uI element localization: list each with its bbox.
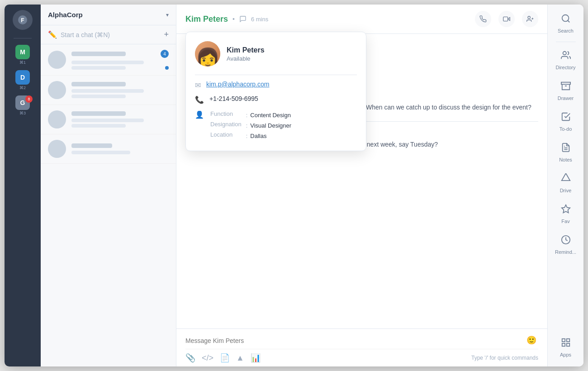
avatar (48, 110, 66, 128)
popup-contact-name: Kim Peters (227, 46, 265, 54)
workspace-letter-M: M (15, 45, 30, 59)
sidebar-search-row: ✏️ Start a chat (⌘N) + (41, 25, 176, 44)
right-panel-directory[interactable]: Directory (550, 46, 581, 75)
popup-header: 👩 Kim Peters Available (195, 41, 357, 67)
svg-rect-16 (562, 339, 564, 342)
emoji-button[interactable]: 🙂 (526, 335, 536, 345)
avatar (48, 81, 66, 99)
app-logo[interactable]: F (13, 10, 33, 30)
workspace-G-badge: 8 (25, 95, 33, 103)
svg-rect-3 (503, 17, 508, 21)
chat-info (71, 82, 169, 98)
chat-header: Kim Peters • 6 mins (176, 5, 547, 34)
right-panel-notes[interactable]: Notes (550, 138, 581, 167)
compose-icon[interactable]: ✏️ (48, 30, 57, 39)
svg-rect-17 (566, 339, 569, 342)
location-value: Dallas (250, 131, 291, 141)
avatar-silhouette: 👩 (195, 48, 220, 67)
chat-preview-line2 (71, 124, 126, 128)
svg-rect-18 (566, 343, 569, 346)
attachment-icon[interactable]: 📎 (185, 353, 195, 363)
person-icon: 👤 (195, 110, 204, 119)
chat-main: Kim Peters • 6 mins (176, 5, 547, 366)
search-icon (561, 14, 571, 26)
todo-icon (561, 112, 571, 124)
svg-rect-19 (562, 343, 564, 346)
right-panel-fav[interactable]: Fav (550, 200, 581, 228)
popup-email-row: ✉ kim.p@alphacorp.com (195, 81, 357, 90)
popup-phone: +1-214-509-6995 (209, 95, 258, 102)
code-icon[interactable]: </> (202, 353, 213, 363)
workspace-letter-D: D (15, 70, 30, 85)
chart-icon[interactable]: 📊 (251, 353, 261, 363)
drive-icon (561, 173, 571, 186)
right-panel: Search Directory Dr (547, 5, 583, 366)
input-toolbar: 📎 </> 📄 ▲ 📊 Type '/' for quick commands (185, 349, 538, 363)
right-panel-drawer[interactable]: Drawer (550, 76, 581, 105)
right-panel-remind-label: Remind... (555, 249, 576, 255)
workspace-M[interactable]: M ⌘1 (11, 43, 34, 67)
chat-item[interactable] (41, 134, 176, 164)
sidebar: AlphaCorp ▾ ✏️ Start a chat (⌘N) + 4 (41, 5, 176, 366)
fav-icon (561, 204, 571, 217)
chat-header-actions (475, 11, 538, 27)
chat-name-placeholder (71, 82, 126, 86)
popup-status: Available (227, 55, 265, 62)
right-panel-apps[interactable]: Apps (550, 333, 581, 362)
svg-point-7 (562, 15, 569, 22)
message-input[interactable] (185, 335, 538, 349)
right-panel-todo[interactable]: To-do (550, 107, 581, 136)
unread-dot (165, 66, 169, 70)
right-panel-drive[interactable]: Drive (550, 169, 581, 198)
drive-icon[interactable]: ▲ (236, 353, 244, 363)
workspace-D[interactable]: D ⌘2 (11, 68, 34, 92)
colon-3: : (246, 131, 250, 141)
avatar (48, 140, 66, 158)
popup-email[interactable]: kim.p@alphacorp.com (206, 81, 270, 88)
sidebar-dropdown-button[interactable]: ▾ (166, 12, 169, 18)
chat-contact-name[interactable]: Kim Peters (185, 14, 228, 24)
svg-line-8 (568, 20, 569, 22)
chat-item[interactable] (41, 76, 176, 105)
add-chat-icon[interactable]: + (164, 30, 169, 39)
chat-name-placeholder (71, 111, 126, 116)
popup-details-table: Function : Content Design Designation : … (209, 109, 292, 142)
svg-marker-2 (508, 18, 510, 21)
right-panel-remind[interactable]: Remind... (550, 230, 581, 259)
rail-divider-top (14, 38, 32, 38)
popup-divider-1 (195, 75, 357, 75)
icon-rail: F M ⌘1 D ⌘2 G ⌘3 8 (5, 5, 41, 366)
avatar (48, 51, 66, 69)
document-icon[interactable]: 📄 (220, 353, 230, 363)
popup-avatar: 👩 (195, 41, 220, 67)
chat-item[interactable] (41, 105, 176, 134)
workspace-G[interactable]: G ⌘3 8 (11, 94, 34, 117)
voice-call-button[interactable] (475, 11, 491, 27)
right-panel-directory-label: Directory (555, 65, 575, 70)
right-panel-drawer-label: Drawer (558, 95, 574, 101)
chat-preview-line1 (71, 61, 144, 64)
function-value: Content Design (250, 110, 291, 120)
start-chat-label[interactable]: Start a chat (⌘N) (61, 31, 160, 38)
apps-icon (561, 338, 571, 350)
remind-icon (561, 235, 571, 247)
drawer-icon (561, 81, 571, 94)
sidebar-title: AlphaCorp (48, 11, 83, 19)
header-separator: • (232, 15, 235, 23)
right-panel-search-label: Search (558, 28, 574, 33)
chat-input-area: 🙂 📎 </> 📄 ▲ 📊 Type '/' for quick command… (176, 328, 547, 366)
chat-item[interactable]: 4 (41, 44, 176, 76)
video-call-button[interactable] (498, 11, 515, 27)
chat-time-ago: 6 mins (251, 16, 268, 23)
chat-badge: 4 (161, 50, 169, 58)
chat-list: 4 (41, 44, 176, 366)
right-panel-todo-label: To-do (560, 126, 572, 132)
chat-info (71, 111, 169, 128)
right-panel-fav-label: Fav (561, 219, 569, 224)
right-panel-search[interactable]: Search (550, 9, 581, 38)
workspace-D-shortcut: ⌘2 (19, 86, 26, 90)
colon-2: : (246, 121, 250, 130)
right-panel-apps-label: Apps (560, 352, 571, 357)
notes-icon (561, 143, 571, 155)
add-participant-button[interactable] (522, 11, 538, 27)
